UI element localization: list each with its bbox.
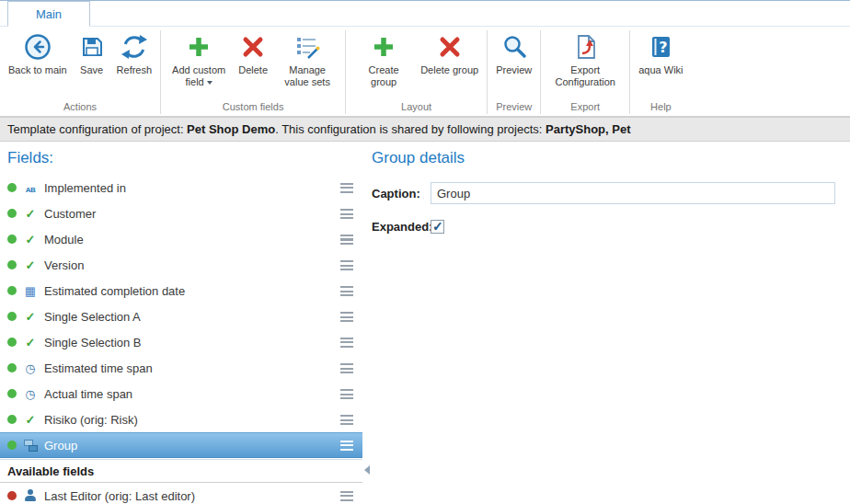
field-menu-icon[interactable] [340,441,353,451]
field-row[interactable]: Actual time span [0,381,362,407]
status-dot [7,389,17,398]
caption-input[interactable] [431,182,835,204]
field-menu-icon[interactable] [340,312,353,322]
available-fields-header: Available fields [0,459,362,483]
field-type-icon [23,206,38,221]
field-label: Module [44,233,334,246]
refresh-button[interactable]: Refresh [113,30,156,78]
expanded-label: Expanded: [372,220,431,234]
field-menu-icon[interactable] [340,286,353,296]
field-row[interactable]: Single Selection B [0,329,362,355]
field-row[interactable]: Estimated time span [0,355,362,381]
expanded-checkbox[interactable] [431,220,444,234]
tab-main[interactable]: Main [7,1,90,27]
banner-shared-projects: PartyShop, Pet [546,122,630,136]
button-label: Save [80,64,103,76]
field-label: Risiko (orig: Risk) [44,413,334,427]
export-configuration-button[interactable]: Export Configuration [546,30,625,90]
field-menu-icon[interactable] [340,491,353,501]
field-label: Estimated completion date [44,284,334,298]
field-menu-icon[interactable] [340,209,353,219]
field-menu-icon[interactable] [340,363,353,373]
svg-text:?: ? [660,39,668,56]
field-row[interactable]: Implemented in [0,175,362,200]
field-type-icon [23,258,38,272]
field-label: Version [44,258,334,272]
status-dot [7,441,17,450]
button-label: Create group [354,64,413,88]
delete-group-button[interactable]: Delete group [417,30,482,78]
add-custom-field-button[interactable]: Add custom field [166,30,232,90]
aqua-wiki-button[interactable]: ? aqua Wiki [635,30,686,78]
group-details-panel: Group details Caption: Expanded: [362,142,850,504]
back-to-main-button[interactable]: Back to main [5,30,71,78]
plus-icon [369,32,398,62]
field-type-icon [23,386,38,401]
field-label: Implemented in [44,181,334,195]
ribbon-group-preview: Preview Preview [489,29,538,116]
button-label: aqua Wiki [638,64,683,76]
ribbon-group-label-preview: Preview [489,100,538,116]
button-label: Back to main [8,64,67,76]
refresh-icon [120,32,149,62]
field-type-icon [23,283,38,298]
group-separator [345,30,346,114]
manage-value-sets-button[interactable]: Manage value sets [274,30,340,90]
button-label: Export Configuration [549,64,621,88]
panel-collapse-arrow[interactable] [364,465,370,475]
status-dot [7,183,17,192]
banner-project-name: Pet Shop Demo [187,122,275,136]
caption-label: Caption: [372,187,431,200]
ribbon-group-label-export: Export [543,100,627,116]
status-dot [7,209,17,218]
group-separator [160,30,161,114]
status-dot [7,260,17,269]
field-type-icon [23,232,38,246]
fields-panel: Fields: Implemented in Customer Module [0,142,362,504]
caption-form-row: Caption: [372,182,835,204]
save-floppy-icon [77,32,107,62]
ribbon-group-label-help: Help [632,100,689,116]
field-row[interactable]: Customer [0,200,362,226]
field-row[interactable]: Version [0,252,362,278]
wiki-help-icon: ? [646,32,675,62]
status-dot [7,363,17,372]
field-label: Single Selection A [44,310,334,324]
field-menu-icon[interactable] [340,389,353,399]
create-group-button[interactable]: Create group [350,30,417,90]
field-row[interactable]: Single Selection A [0,304,362,329]
magnifier-icon [500,32,529,62]
delete-button[interactable]: Delete [232,30,274,78]
field-menu-icon[interactable] [340,235,353,245]
field-type-icon [23,488,38,503]
banner-prefix: Template configuration of project: [7,122,187,136]
field-row[interactable]: Module [0,226,362,252]
save-button[interactable]: Save [71,30,113,78]
button-label-text: Add custom field [172,64,225,87]
banner-middle: . This configuration is shared by follow… [275,122,546,136]
plus-icon [184,32,213,62]
field-row-selected[interactable]: Group [0,432,362,458]
ribbon-group-label-layout: Layout [348,100,485,116]
field-menu-icon[interactable] [340,260,353,270]
button-label: Delete group [420,64,478,76]
field-menu-icon[interactable] [340,415,353,425]
ribbon-tab-row: Main [0,1,850,27]
field-row[interactable]: Last Editor (orig: Last editor) [0,483,362,504]
field-label: Customer [44,207,334,221]
back-arrow-icon [23,32,52,62]
preview-button[interactable]: Preview [492,30,535,78]
ribbon-group-layout: Create group Delete group Layout [348,29,485,116]
field-menu-icon[interactable] [340,338,353,348]
ribbon-group-custom-fields: Add custom field Delete [163,29,343,116]
field-row[interactable]: Estimated completion date [0,278,362,304]
group-separator [487,30,488,114]
ribbon-body: Back to main Save [0,27,850,116]
button-label: Preview [496,64,532,76]
ribbon-group-actions: Back to main Save [2,29,158,116]
field-row[interactable]: Risiko (orig: Risk) [0,407,362,432]
status-dot [7,286,17,295]
field-type-icon [23,335,38,349]
button-label: Add custom field [169,64,228,88]
field-menu-icon[interactable] [340,183,353,193]
